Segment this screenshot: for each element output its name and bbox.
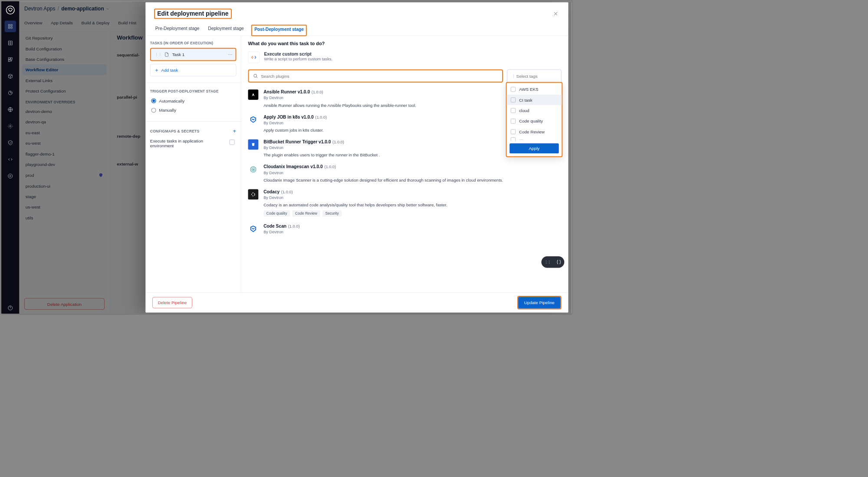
tag-option-label: Code Review [519, 129, 545, 134]
tab-pre-deployment[interactable]: Pre-Deployment stage [154, 25, 201, 36]
file-icon [164, 52, 169, 57]
plugin-name: Codacy [263, 189, 279, 194]
tags-select-input[interactable] [516, 73, 569, 78]
svg-rect-6 [8, 58, 10, 60]
task-type-heading: What do you want this task to do? [248, 41, 562, 46]
plugin-item[interactable]: Code Scan (1.0.0) By Devtron [248, 224, 549, 234]
plugin-tag: Code quality [263, 210, 290, 217]
task-item[interactable]: ⋮⋮ Task 1 ⋯ [150, 48, 237, 61]
plugin-version: (1.0.0) [332, 139, 344, 144]
svg-point-13 [8, 174, 12, 178]
plugin-item[interactable]: Codacy (1.0.0) By Devtron Codacy is an a… [248, 189, 549, 217]
tag-option[interactable]: cloud [507, 105, 562, 116]
add-configmap-button[interactable]: + [233, 128, 237, 134]
floating-widget[interactable]: ⋮⋮ [541, 256, 564, 268]
nav-apps-icon[interactable] [4, 21, 16, 32]
checkbox-icon [511, 137, 516, 141]
nav-grid-icon[interactable] [4, 37, 16, 49]
tag-option[interactable]: Code Review [507, 126, 562, 137]
update-pipeline-button[interactable]: Update Pipeline [518, 297, 561, 308]
nav-globe-icon[interactable] [4, 104, 16, 115]
radio-selected-icon [151, 98, 156, 103]
plugin-item[interactable]: Cloudanix Imagescan v1.0.0 (1.0.0) By De… [248, 164, 549, 182]
svg-point-11 [10, 126, 11, 127]
plugin-author: By Devtron [263, 170, 549, 175]
svg-rect-4 [11, 27, 12, 28]
plugin-tag: Code Review [292, 210, 320, 217]
braces-icon [556, 259, 562, 265]
svg-point-15 [253, 57, 254, 57]
nav-chart-icon[interactable] [4, 87, 16, 99]
delete-pipeline-button[interactable]: Delete Pipeline [152, 297, 192, 308]
plugin-version: (1.0.0) [324, 165, 336, 169]
plugin-author: By Devtron [263, 195, 549, 200]
search-plugins-field[interactable] [248, 70, 503, 83]
nav-gear-icon[interactable] [4, 120, 16, 132]
plugin-version: (1.0.0) [315, 115, 327, 119]
modal-left-pane: TASKS (IN ORDER OF EXECUTION) ⋮⋮ Task 1 … [145, 36, 241, 293]
plugin-icon [248, 224, 259, 234]
tag-option[interactable]: AWS EKS [507, 84, 562, 94]
modal-title: Edit deployment pipeline [154, 9, 232, 19]
svg-rect-1 [8, 24, 10, 26]
nav-cube-icon[interactable] [4, 70, 16, 82]
exec-env-checkbox[interactable] [230, 139, 235, 145]
nav-help-icon[interactable] [4, 302, 16, 314]
trigger-option-manual[interactable]: Manually [150, 106, 237, 115]
tab-post-deployment[interactable]: Post-Deployment stage [251, 25, 307, 36]
trigger-option-label: Automatically [159, 98, 184, 103]
svg-rect-7 [10, 58, 12, 60]
radio-unselected-icon [151, 108, 156, 113]
svg-point-12 [10, 176, 11, 177]
checkbox-icon [511, 87, 516, 92]
nav-settings-icon[interactable] [4, 170, 16, 182]
nav-plus-grid-icon[interactable] [4, 54, 16, 65]
task-more-icon[interactable]: ⋯ [228, 52, 232, 57]
plugin-name: Code Scan [263, 224, 286, 229]
search-icon [253, 73, 258, 79]
app-logo[interactable] [5, 5, 16, 16]
tasks-header: TASKS (IN ORDER OF EXECUTION) [150, 41, 237, 45]
script-title: Execute custom script [264, 52, 332, 57]
add-task-label: Add task [161, 68, 178, 73]
tag-option[interactable]: CI task [507, 95, 562, 105]
plugin-item[interactable]: Apply JOB in k8s v1.0.0 (1.0.0) By Devtr… [248, 114, 549, 132]
modal-right-pane: What do you want this task to do? Execut… [241, 36, 569, 293]
edit-deployment-pipeline-modal: Edit deployment pipeline Pre-Deployment … [145, 2, 568, 312]
left-nav-rail [1, 1, 20, 314]
script-icon [248, 52, 260, 63]
plugin-item[interactable]: Ansible Runner v1.0.0 (1.0.0) By Devtron… [248, 89, 549, 108]
tag-option[interactable]: Code quality [507, 116, 562, 126]
tab-deployment[interactable]: Deployment stage [207, 25, 245, 36]
plugin-author: By Devtron [263, 230, 549, 235]
update-pipeline-highlight: Update Pipeline [517, 296, 562, 309]
tags-select-trigger[interactable]: | [507, 70, 561, 83]
plus-icon [155, 68, 159, 73]
plugin-item[interactable]: BitBucket Runner Trigger v1.0.0 (1.0.0) … [248, 139, 549, 158]
svg-point-16 [254, 74, 257, 77]
svg-rect-3 [8, 27, 10, 28]
configmaps-header: CONFIGMAPS & SECRETS [150, 129, 200, 133]
tag-option[interactable]: ⋯ [507, 137, 562, 141]
plugin-name: Cloudanix Imagescan v1.0.0 [263, 164, 322, 169]
tag-option-label: Code quality [519, 119, 543, 123]
plugin-description: Codacy is an automated code analysis/qua… [263, 203, 549, 208]
execute-custom-script-option[interactable]: Execute custom script Write a script to … [248, 52, 562, 63]
modal-close-button[interactable] [552, 10, 559, 17]
plugin-description: Cloudanix Image Scanner is a cutting-edg… [263, 178, 549, 182]
plugin-icon [248, 164, 259, 175]
tag-option-label: cloud [519, 108, 529, 113]
nav-code-icon[interactable] [4, 154, 16, 165]
tags-apply-button[interactable]: Apply [510, 143, 559, 153]
drag-handle-icon[interactable]: ⋮⋮ [155, 52, 161, 57]
plugin-icon [248, 89, 259, 100]
add-task-button[interactable]: Add task [150, 64, 237, 76]
nav-shield-icon[interactable] [4, 137, 16, 148]
plugin-icon [248, 114, 259, 125]
svg-point-22 [253, 169, 253, 170]
trigger-option-auto[interactable]: Automatically [150, 96, 237, 106]
checkbox-icon [511, 129, 516, 134]
plugin-version: (1.0.0) [288, 224, 300, 229]
search-plugins-input[interactable] [261, 73, 498, 78]
svg-point-0 [6, 6, 14, 14]
